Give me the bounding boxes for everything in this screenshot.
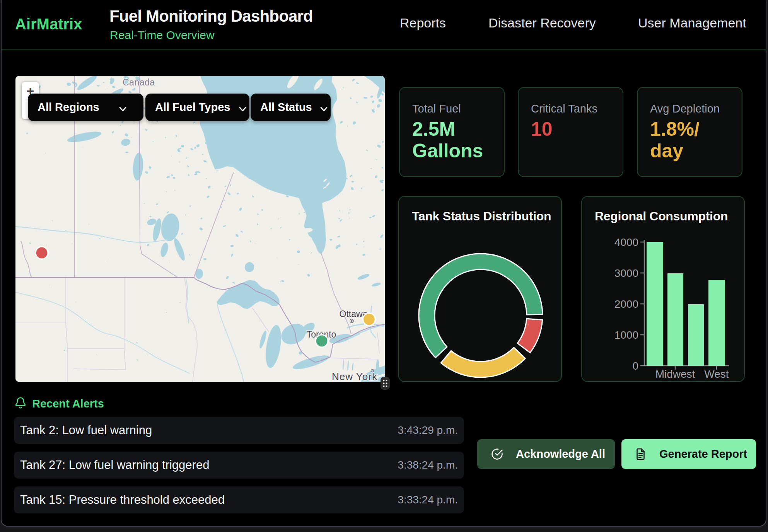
svg-text:3000: 3000	[614, 267, 638, 279]
svg-text:New York: New York	[332, 371, 377, 382]
svg-text:2000: 2000	[614, 298, 638, 310]
svg-text:0: 0	[632, 360, 638, 372]
svg-text:West: West	[704, 368, 729, 380]
svg-text:Midwest: Midwest	[655, 368, 695, 380]
svg-text:4000: 4000	[614, 236, 638, 248]
svg-text:Canada: Canada	[123, 77, 155, 87]
svg-text:1000: 1000	[614, 329, 638, 341]
